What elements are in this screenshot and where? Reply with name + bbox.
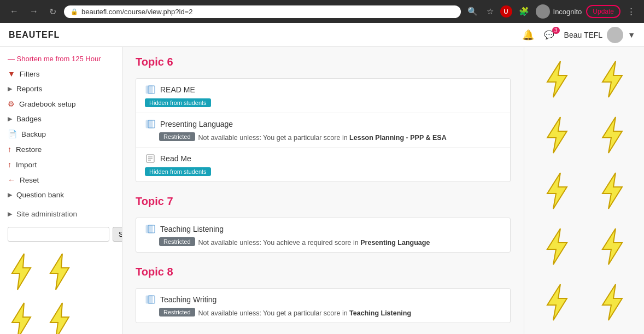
search-input[interactable] <box>8 227 109 242</box>
sidebar-item-site-admin[interactable]: ▶ Site administration <box>0 207 122 221</box>
gear-icon: ⚙ <box>8 99 15 108</box>
address-bar[interactable]: 🔒 beautefl.com/course/view.php?id=2 <box>64 5 461 18</box>
restriction-row: Restricted Not available unless: You ach… <box>145 237 501 247</box>
forward-button[interactable]: → <box>26 4 42 19</box>
lightning-cell <box>584 51 640 107</box>
sidebar-item-reports[interactable]: ▶ Reports <box>0 81 122 96</box>
header-right: 🔔 💬 3 Beau TEFL ▼ <box>522 27 635 43</box>
item-header: Teaching Listening <box>145 224 501 235</box>
lightning-bolt-sidebar-3 <box>8 302 35 334</box>
module-icon <box>145 84 156 95</box>
svg-rect-4 <box>146 86 153 93</box>
svg-marker-20 <box>547 173 567 209</box>
lightning-bolt-7 <box>543 227 570 266</box>
item-header: Read Me <box>145 153 501 164</box>
search-button[interactable]: Search <box>113 227 122 242</box>
svg-marker-0 <box>12 254 31 290</box>
update-button[interactable]: Update <box>586 5 620 18</box>
menu-icon[interactable]: ⋮ <box>625 4 637 19</box>
svg-marker-21 <box>602 173 622 209</box>
restricted-badge: Restricted <box>159 132 195 141</box>
sidebar-gradebook-label: Gradebook setup <box>19 100 76 108</box>
sidebar-reset-label: Reset <box>20 176 39 184</box>
sidebar-item-gradebook[interactable]: ⚙ Gradebook setup <box>0 96 122 112</box>
svg-marker-2 <box>12 303 31 334</box>
main-content: Topic 6 READ ME Hidden from students <box>122 47 524 334</box>
incognito-badge: U <box>500 5 512 17</box>
svg-rect-6 <box>146 120 153 128</box>
browser-chrome: ← → ↻ 🔒 beautefl.com/course/view.php?id=… <box>0 0 644 23</box>
lightning-bolt-3 <box>543 116 570 154</box>
user-info[interactable]: Beau TEFL ▼ <box>564 27 635 43</box>
bell-icon[interactable]: 🔔 <box>522 29 534 41</box>
sidebar-item-restore[interactable]: ↑ Restore <box>0 142 122 157</box>
lightning-bolt-sidebar-1 <box>8 253 35 291</box>
module-icon <box>145 153 156 164</box>
site-header: BEAUTEFL 🔔 💬 3 Beau TEFL ▼ <box>0 23 644 47</box>
item-name[interactable]: READ ME <box>160 85 195 94</box>
item-name[interactable]: Read Me <box>160 154 191 163</box>
lightning-bolt-1 <box>543 60 570 98</box>
lightning-grid <box>524 47 644 334</box>
item-header: Teaching Writing <box>145 294 501 305</box>
restricted-badge: Restricted <box>159 308 195 317</box>
profile-area[interactable]: Incognito <box>536 4 582 19</box>
topic-8-section: Topic 8 Teaching Writing Restricted Not … <box>136 266 511 323</box>
lightning-cell <box>584 219 640 274</box>
sidebar-filters-label: Filters <box>20 70 40 78</box>
topic-6-section: Topic 6 READ ME Hidden from students <box>136 56 511 182</box>
svg-marker-22 <box>547 228 567 265</box>
sidebar-item-backup[interactable]: 📄 Backup <box>0 126 122 142</box>
sidebar-backup-label: Backup <box>21 130 46 138</box>
lock-icon: 🔒 <box>71 8 78 15</box>
site-logo[interactable]: BEAUTEFL <box>9 30 60 40</box>
extensions-icon[interactable]: 🧩 <box>517 4 531 19</box>
restriction-row: Restricted Not available unless: You get… <box>145 132 501 142</box>
lightning-cell <box>529 219 584 274</box>
topic-7-title: Topic 7 <box>136 195 511 211</box>
incognito-label: Incognito <box>553 8 582 16</box>
filter-icon: ▼ <box>8 69 15 78</box>
sidebar-qbank-label: Question bank <box>16 191 64 199</box>
sidebar-item-filters[interactable]: ▼ Filters <box>0 66 122 81</box>
module-icon <box>145 294 156 305</box>
import-icon: ↑ <box>8 160 11 169</box>
search-section: Search <box>0 221 122 247</box>
lightning-bolt-sidebar-2 <box>46 253 73 291</box>
search-icon[interactable]: 🔍 <box>465 4 480 19</box>
lightning-cell <box>529 163 584 219</box>
sidebar-item-reset[interactable]: ← Reset <box>0 172 122 187</box>
restricted-badge: Restricted <box>159 237 195 246</box>
item-name[interactable]: Teaching Listening <box>160 225 224 233</box>
module-icon <box>145 224 156 235</box>
item-name[interactable]: Teaching Writing <box>160 295 216 304</box>
svg-marker-23 <box>602 228 622 265</box>
item-name[interactable]: Presenting Language <box>160 120 233 128</box>
sidebar-item-import[interactable]: ↑ Import <box>0 157 122 172</box>
lightning-bolt-10 <box>598 283 625 321</box>
sidebar-badges-label: Badges <box>16 115 42 123</box>
topic-8-items: Teaching Writing Restricted Not availabl… <box>136 288 511 323</box>
lightning-cell <box>584 107 640 163</box>
lightning-bolt-5 <box>543 172 570 210</box>
back-button[interactable]: ← <box>7 4 22 19</box>
browser-avatar <box>536 4 550 19</box>
notification-area[interactable]: 💬 3 <box>542 30 557 40</box>
sidebar-restore-label: Restore <box>16 145 42 154</box>
topic-6-items: READ ME Hidden from students Presenting … <box>136 78 511 182</box>
star-icon[interactable]: ☆ <box>484 4 496 19</box>
lightning-bolt-2 <box>598 60 625 98</box>
chevron-right-icon-2: ▶ <box>8 115 12 122</box>
sidebar-item-question-bank[interactable]: ▶ Question bank <box>0 187 122 202</box>
sidebar: — Shorten me from 125 Hour ▼ Filters ▶ R… <box>0 47 122 334</box>
svg-marker-24 <box>547 284 567 320</box>
svg-marker-1 <box>50 254 69 290</box>
lightning-cell <box>529 51 584 107</box>
topic-8-title: Topic 8 <box>136 266 511 282</box>
sidebar-item-badges[interactable]: ▶ Badges <box>0 112 122 126</box>
reload-button[interactable]: ↻ <box>46 4 60 19</box>
lightning-bolt-4 <box>598 116 625 154</box>
right-panel <box>524 47 644 334</box>
svg-marker-25 <box>602 284 622 320</box>
lightning-cell <box>584 163 640 219</box>
